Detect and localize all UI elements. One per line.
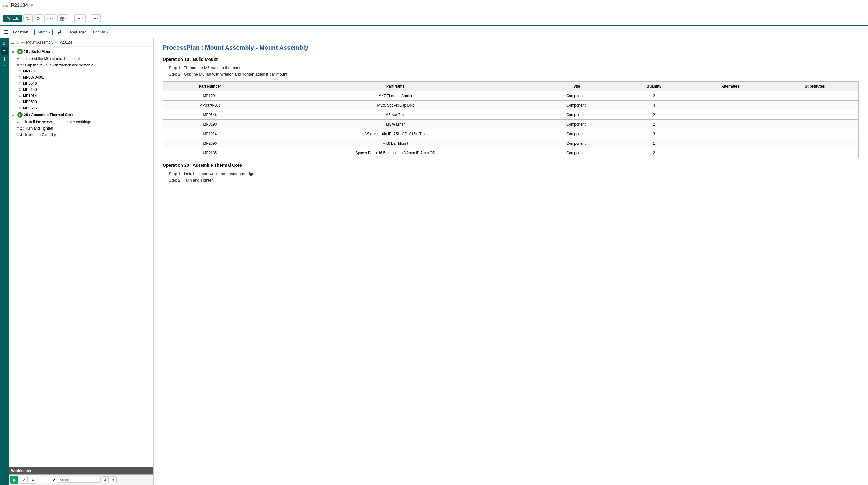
gear-icon-MP2685: ⚙ [19,106,22,110]
sidebar-icon-tree[interactable]: ≡ [1,47,8,55]
workbench-type-select[interactable] [38,477,57,483]
flag-icon[interactable]: ⚑ [30,3,34,8]
part-label-MP0370: MP0370-001 [23,75,44,80]
breadcrumb-chevrons: »» [21,40,25,44]
op10-step-2: Step 2 : Grip the M6 nut with wrench and… [169,72,859,77]
refresh-icon: ↻ [26,16,30,21]
gear-icon-MP0370: ⚙ [19,75,22,80]
title-bar: »» P23124 ⚑ [0,0,868,11]
table-row: MP0370-001M3x5 Socket Cap BoltComponent4 [163,101,859,110]
step-2-op20-label: 2 : Turn and Tighten [20,126,53,130]
language-chevron: ▾ [106,30,108,34]
parts-table-op10: Part Number Part Name Type Quantity Alte… [163,82,859,158]
col-alternates: Alternates [690,82,771,91]
col-quantity: Quantity [618,82,690,91]
step-2-op10-label: 2 : Grip the M6 nut with wrench and tigh… [20,63,97,67]
part-label-MP2685: MP2685 [23,106,37,110]
tree-op-10[interactable]: ▭ ▶ 10 : Build Mount [9,48,153,55]
workbench-play-button[interactable]: ▶ [10,476,19,484]
collapse-op10[interactable]: ▭ [12,50,16,54]
table-row: MP1914Washer .16in ID .25in OD .015in Th… [163,129,859,139]
tree-list-icon[interactable]: ☰ [11,40,15,44]
sidebar-icon-home[interactable]: ⌂ [1,39,8,47]
share-icon: ✦ [77,16,81,21]
config-icon: ⟳ [36,16,40,21]
step-icon-3: ≡ [17,120,19,124]
workbench-header: Workbench [9,467,153,474]
main-layout: ⌂ ≡ ℹ ☰ ☰ □ »» Mount Assembly → P23124 ▭… [0,38,868,485]
more-icon: ••• [94,16,98,21]
refresh-button[interactable]: ↻ [23,14,33,23]
location-dropdown[interactable]: Detroit ▾ [34,29,53,35]
part-label-MP1701: MP1701 [23,69,37,73]
gear-icon-MP1701: ⚙ [19,69,22,73]
language-dropdown[interactable]: English ▾ [91,29,110,35]
tree-op-20[interactable]: ▭ ▶ 20 : Assemble Thermal Core [9,111,153,119]
part-label-MP0546: MP0546 [23,82,37,86]
page-title: ProcessPlan : Mount Assembly - Mount Ass… [163,44,859,51]
tree-part-MP1701[interactable]: ⚙ MP1701 [9,68,153,74]
share-button[interactable]: ✦ ▾ [74,14,86,23]
sidebar-icon-list[interactable]: ☰ [1,63,8,71]
step-3-op20-label: 3 : Insert the Cartridge [20,133,57,137]
collapse-op20[interactable]: ▭ [12,113,16,117]
tree-step-3-op20[interactable]: ≡ 3 : Insert the Cartridge [9,131,153,138]
tree-step-2-op10[interactable]: ≡ 2 : Grip the M6 nut with wrench and ti… [9,62,153,68]
tree-part-MP1914[interactable]: ⚙ MP1914 [9,93,153,99]
breadcrumb: »» Mount Assembly → P23124 [21,40,72,44]
workbench-next-button[interactable]: ▼ [110,476,117,483]
tree-folder-icon[interactable]: □ [17,40,19,44]
op20-label: 20 : Assemble Thermal Core [24,113,73,117]
step-icon-4: ≡ [17,126,19,130]
more-button[interactable]: ••• [91,14,101,23]
breadcrumb-item-2[interactable]: P23124 [59,40,72,44]
tree-part-MP2685[interactable]: ⚙ MP2685 [9,105,153,111]
edit-icon: ✏️ [6,16,11,21]
loc-lang-bar: ☰ Location: Detroit ▾ 🖨 Language: Englis… [0,26,868,38]
step-1-op20-label: 1 : Install the screws in the heater car… [20,120,91,124]
gear-icon-MP0190: ⚙ [19,88,22,92]
step-icon-5: ≡ [17,132,19,137]
tree-part-MP2590[interactable]: ⚙ MP2590 [9,99,153,105]
tree-step-1-op10[interactable]: ≡ 1 : Thread the M6 nut into the mount [9,55,153,62]
tree-step-1-op20[interactable]: ≡ 1 : Install the screws in the heater c… [9,119,153,125]
op20-play-icon: ▶ [17,112,23,118]
tree-panel: ☰ □ »» Mount Assembly → P23124 ▭ ▶ 10 : … [9,38,154,485]
part-label-MP2590: MP2590 [23,100,37,104]
op10-step-1: Step 1 : Thread the M6 nut into the moun… [169,65,859,70]
tree-part-MP0190[interactable]: ⚙ MP0190 [9,87,153,93]
operation-20-title: Operation 20 : Assemble Thermal Core [163,163,859,168]
sidebar-icon-info[interactable]: ℹ [1,55,8,63]
diagram-icon: ⋯ [47,16,51,21]
tree-part-MP0370-001[interactable]: ⚙ MP0370-001 [9,74,153,81]
config-button[interactable]: ⟳ [34,14,43,23]
operation-10-title: Operation 10 : Build Mount [163,57,859,62]
table-row: MP0546M6 Nut ThinComponent2 [163,110,859,120]
tree-step-2-op20[interactable]: ≡ 2 : Turn and Tighten [9,125,153,131]
gear-icon-MP0546: ⚙ [19,82,22,86]
workbench-prev-button[interactable]: ▲ [102,476,109,483]
op20-step-2: Step 2 : Turn and Tighten [169,178,859,182]
table-row: MP0190M3 WasherComponent2 [163,120,859,129]
diagram-button[interactable]: ⋯ ▾ [44,14,56,23]
edit-button[interactable]: ✏️ Edit [3,15,22,22]
op10-play-icon: ▶ [17,49,23,54]
chevrons-icon: »» [3,3,9,8]
step-1-op10-label: 1 : Thread the M6 nut into the mount [20,57,80,61]
toolbar-separator-1 [71,14,72,23]
breadcrumb-item-1[interactable]: Mount Assembly [26,40,53,44]
workbench-close-button[interactable]: ✕ [29,476,37,484]
chart-button[interactable]: ▦ ▾ [57,14,69,23]
table-row: MP2590MK8 Bar MountComponent1 [163,139,859,148]
tree-content[interactable]: ▭ ▶ 10 : Build Mount ≡ 1 : Thread the M6… [9,47,153,467]
col-type: Type [534,82,618,91]
col-part-name: Part Name [257,82,534,91]
toolbar: ✏️ Edit ↻ ⟳ ⋯ ▾ ▦ ▾ ✦ ▾ ••• [0,11,868,26]
gear-icon-MP1914: ⚙ [19,94,22,98]
step-icon-2: ≡ [17,63,19,67]
workbench-search-input[interactable] [58,477,101,483]
table-row: MP1701MK7 Thermal BarrierComponent2 [163,91,859,101]
workbench-toolbar: ▶ ↗ ✕ ▲ ▼ [9,474,153,485]
workbench-open-button[interactable]: ↗ [20,476,28,484]
tree-part-MP0546[interactable]: ⚙ MP0546 [9,81,153,87]
